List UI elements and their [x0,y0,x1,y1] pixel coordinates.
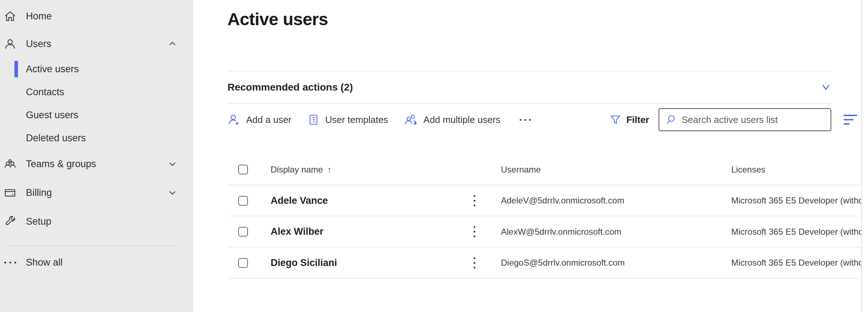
more-commands-button[interactable] [516,115,534,124]
user-display-name[interactable]: Diego Siciliani [271,257,471,269]
recommended-actions-toggle[interactable]: Recommended actions (2) [227,72,832,103]
table-row[interactable]: Alex Wilber AlexW@5drrlv.onmicrosoft.com… [227,216,861,248]
row-checkbox[interactable] [238,258,248,268]
sidebar-item-guest-users[interactable]: Guest users [0,104,193,127]
home-icon [3,9,17,23]
sidebar-item-setup[interactable]: Setup [0,207,193,236]
command-bar: Add a user User te [227,104,859,136]
filter-lines-icon[interactable] [841,113,859,127]
column-header-display-name[interactable]: Display name↑ [271,165,471,175]
teams-groups-icon [3,157,17,171]
search-box [659,108,831,131]
sidebar-divider [3,246,177,246]
table-header-row: Display name↑ Username Licenses [227,154,861,185]
search-input[interactable] [682,114,825,125]
template-list-icon [307,114,320,126]
users-icon [3,37,17,51]
chevron-down-icon [167,159,178,169]
user-licenses: Microsoft 365 E5 Developer (withou [731,196,861,206]
user-licenses: Microsoft 365 E5 Developer (withou [731,227,861,237]
filter-label: Filter [626,114,649,125]
add-user-label: Add a user [246,114,291,125]
user-username: DiegoS@5drrlv.onmicrosoft.com [501,258,731,268]
add-multiple-users-label: Add multiple users [424,114,501,125]
chevron-down-icon[interactable] [820,83,832,92]
more-vertical-icon[interactable] [471,257,483,269]
sidebar-item-home[interactable]: Home [0,2,193,30]
chevron-down-icon [167,187,178,198]
filter-funnel-icon [610,114,621,125]
sidebar: Home Users Active users Contacts [0,0,193,312]
user-licenses: Microsoft 365 E5 Developer (withou [731,258,861,268]
sidebar-item-label: Show all [26,257,178,268]
add-user-button[interactable]: Add a user [227,113,291,126]
row-checkbox[interactable] [238,196,248,206]
sidebar-item-active-users[interactable]: Active users [0,58,193,81]
sidebar-item-label: Billing [26,187,167,198]
billing-icon [3,185,17,200]
main-content: Active users Recommended actions (2) [193,0,868,312]
add-multiple-users-button[interactable]: Add multiple users [404,113,501,126]
search-icon [665,114,677,125]
sidebar-item-deleted-users[interactable]: Deleted users [0,127,193,150]
user-username: AdeleV@5drrlv.onmicrosoft.com [501,196,731,206]
page-title: Active users [227,9,868,29]
active-users-table: Display name↑ Username Licenses Adele Va… [227,154,861,279]
user-username: AlexW@5drrlv.onmicrosoft.com [501,227,731,237]
more-horizontal-icon [3,255,17,270]
filter-button[interactable]: Filter [610,114,649,125]
sidebar-item-label: Contacts [26,87,64,98]
sidebar-item-contacts[interactable]: Contacts [0,81,193,104]
sidebar-item-label: Guest users [26,110,78,121]
sidebar-item-label: Setup [26,216,178,227]
selected-indicator [14,61,18,77]
row-checkbox[interactable] [238,227,248,237]
user-templates-button[interactable]: User templates [307,114,388,126]
sidebar-item-label: Deleted users [26,133,86,144]
sidebar-item-show-all[interactable]: Show all [0,252,193,273]
admin-center-page: Home Users Active users Contacts [0,0,868,312]
user-display-name[interactable]: Adele Vance [271,195,471,206]
sidebar-item-label: Active users [26,64,79,75]
user-display-name[interactable]: Alex Wilber [271,226,471,237]
column-header-licenses[interactable]: Licenses [731,165,861,175]
column-header-username[interactable]: Username [501,165,731,175]
sidebar-item-label: Users [26,38,167,50]
table-row[interactable]: Diego Siciliani DiegoS@5drrlv.onmicrosof… [227,248,861,279]
sort-ascending-icon: ↑ [327,165,331,174]
select-all-checkbox[interactable] [238,165,248,174]
user-templates-label: User templates [325,114,388,125]
sidebar-item-label: Teams & groups [26,159,167,170]
scrollbar-track[interactable] [861,0,862,312]
more-vertical-icon[interactable] [471,195,483,206]
sidebar-item-teams-groups[interactable]: Teams & groups [0,150,193,178]
chevron-up-icon [167,38,178,49]
more-vertical-icon[interactable] [471,226,483,237]
setup-wrench-icon [3,214,17,229]
person-add-icon [227,113,240,126]
sidebar-item-users[interactable]: Users [0,30,193,58]
recommended-actions-label: Recommended actions (2) [227,82,353,93]
sidebar-item-billing[interactable]: Billing [0,178,193,207]
table-row[interactable]: Adele Vance AdeleV@5drrlv.onmicrosoft.co… [227,185,861,216]
sidebar-item-label: Home [26,11,178,22]
people-add-icon [404,113,418,126]
